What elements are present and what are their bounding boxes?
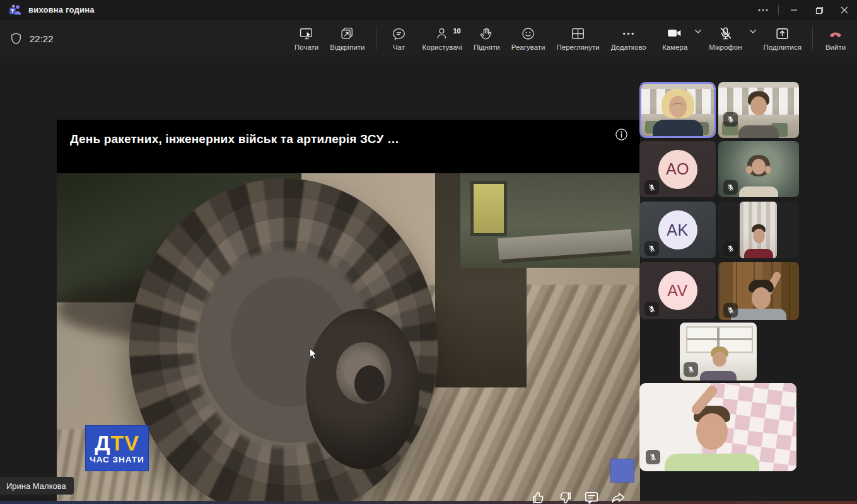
shared-video-player[interactable]: День ракетних, інженерних військ та арти… [57, 120, 640, 504]
mic-muted-icon [726, 306, 735, 314]
screen-cursor-icon [299, 26, 315, 42]
video-watermark [610, 459, 634, 483]
titlebar-more-button[interactable] [750, 0, 776, 20]
mic-muted-badge [644, 241, 659, 256]
thumbs-up-icon [530, 490, 547, 504]
mic-muted-icon [648, 244, 656, 253]
chat-button[interactable]: Чат [382, 20, 417, 54]
truck-window-art [470, 181, 507, 236]
chevron-down-icon [749, 29, 757, 34]
hang-up-icon [827, 26, 844, 42]
participants-button[interactable]: 10 Користувачі [417, 20, 468, 54]
leave-button[interactable]: Вийти [818, 20, 853, 54]
avatar-initials: AK [658, 210, 697, 249]
mic-muted-icon [648, 183, 656, 192]
unpin-icon [339, 26, 355, 42]
unpin-button[interactable]: Відкріпити [324, 20, 370, 54]
react-button[interactable]: Реагувати [506, 20, 551, 54]
camera-button[interactable]: Камера [656, 20, 693, 54]
participant-tile[interactable] [718, 202, 799, 258]
share-button[interactable]: Поділитися [758, 20, 807, 54]
start-presenting-button[interactable]: Почати [289, 20, 324, 54]
teams-meeting-window: виховна година [0, 0, 857, 504]
meeting-toolbar: 22:22 Почати [0, 20, 857, 57]
mic-muted-icon [726, 244, 735, 253]
video-engagement-bar [530, 489, 627, 504]
mic-label: Мікрофон [709, 43, 742, 51]
avatar-art [744, 249, 773, 258]
more-actions-button[interactable]: Додатково [605, 20, 652, 54]
mic-muted-badge [684, 362, 698, 377]
close-button[interactable] [832, 0, 857, 20]
dislike-button[interactable] [556, 489, 574, 504]
video-title-overlay: День ракетних, інженерних військ та арти… [57, 120, 640, 173]
participant-tile[interactable]: AV [639, 262, 716, 319]
react-label: Реагувати [511, 43, 545, 51]
mic-muted-badge [644, 302, 659, 316]
avatar-art [653, 120, 703, 138]
mic-muted-badge [723, 303, 738, 318]
mic-muted-badge [644, 180, 659, 195]
more-dots-icon [621, 26, 636, 42]
more-actions-label: Додатково [611, 43, 646, 51]
comments-button[interactable] [583, 489, 600, 504]
participants-count-badge: 10 [453, 27, 460, 35]
raise-hand-button[interactable]: Підняти [468, 20, 506, 54]
view-button[interactable]: Переглянути [551, 20, 605, 54]
avatar-art [752, 287, 771, 309]
avatar-art [753, 229, 765, 243]
avatar-art [750, 96, 767, 115]
share-label: Поділитися [764, 43, 802, 51]
share-video-button[interactable] [609, 489, 627, 504]
video-title: День ракетних, інженерних військ та арти… [70, 132, 399, 146]
video-info-button[interactable] [614, 127, 629, 142]
toolbar-divider [812, 26, 813, 50]
participant-tile[interactable] [639, 383, 796, 471]
avatar-art [739, 186, 778, 197]
mic-muted-icon [687, 365, 695, 374]
ellipsis-icon [758, 9, 768, 11]
titlebar-divider [778, 5, 779, 15]
chevron-down-icon [694, 29, 702, 34]
participant-tile[interactable]: AO [639, 141, 716, 197]
share-screen-icon [774, 26, 790, 42]
like-button[interactable] [530, 489, 547, 504]
mic-muted-badge [723, 112, 738, 127]
presenter-name-label: Ирина Малкова [0, 477, 74, 495]
video-frame: ДTV ЧАС ЗНАТИ [57, 173, 640, 501]
participant-tile[interactable] [718, 262, 799, 320]
chat-label: Чат [393, 43, 405, 51]
info-icon [614, 127, 629, 142]
meeting-stage: День ракетних, інженерних військ та арти… [0, 57, 857, 504]
participant-tile[interactable]: AK [639, 202, 716, 258]
participant-tile-speaker[interactable] [639, 82, 716, 138]
window-bottom-edge [0, 501, 857, 504]
avatar-art [713, 352, 726, 367]
participant-tile[interactable] [718, 141, 799, 197]
mic-muted-icon [648, 305, 656, 313]
avatar-art [700, 371, 737, 381]
toolbar-divider [376, 26, 376, 50]
mic-options-chevron[interactable] [748, 24, 758, 39]
avatar-art [665, 454, 759, 471]
raise-hand-label: Підняти [474, 43, 500, 51]
participant-tile[interactable] [718, 82, 799, 138]
mic-button[interactable]: Мікрофон [703, 20, 747, 54]
minimize-button[interactable] [781, 0, 807, 20]
mic-muted-badge [723, 241, 738, 256]
mic-muted-icon [726, 115, 735, 123]
comment-icon [583, 490, 600, 504]
smiley-icon [520, 26, 536, 42]
mic-muted-icon [726, 183, 735, 192]
unpin-label: Відкріпити [330, 43, 364, 51]
camera-options-chevron[interactable] [693, 24, 703, 39]
participant-tile[interactable] [680, 323, 757, 381]
restore-button[interactable] [807, 0, 832, 20]
window-title: виховна година [28, 5, 95, 14]
avatar-initials: AO [658, 150, 697, 189]
restore-icon [815, 6, 824, 14]
participants-label: Користувачі [423, 43, 462, 51]
close-icon [841, 6, 848, 14]
mouse-cursor [309, 348, 319, 360]
mic-muted-icon [649, 453, 657, 461]
